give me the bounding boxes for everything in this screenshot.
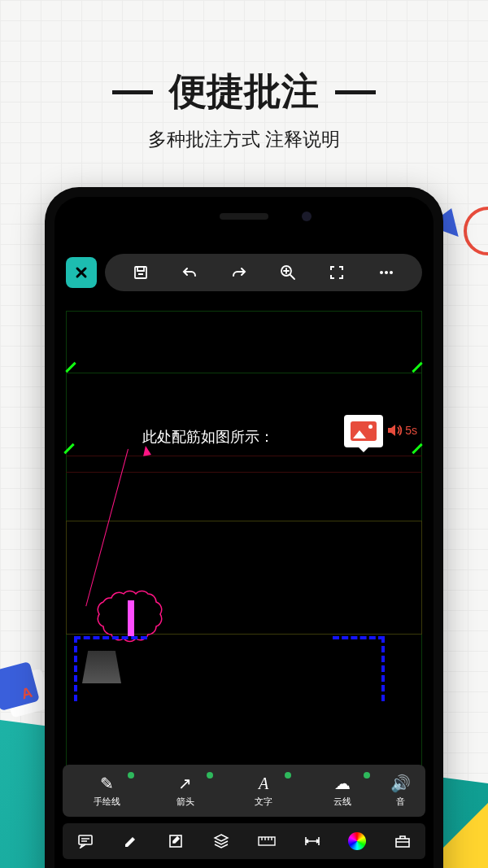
color-picker[interactable] [342,832,372,850]
tool-label: 云线 [333,796,351,808]
badge-dot [364,772,370,779]
pencil-icon: ✎ [100,774,114,793]
comment-icon[interactable] [71,834,100,848]
svg-point-2 [380,271,383,274]
badge-dot [285,772,291,779]
phone-frame: 此处配筋如图所示： 5s ✎手绘线 ↗箭头 A文字 [45,187,443,868]
cad-line [66,311,422,312]
close-icon [74,265,89,280]
edit-icon[interactable] [116,834,146,848]
cad-mark [65,362,76,373]
sound-icon [386,421,403,439]
phone-camera [302,212,312,221]
text-icon: A [259,774,268,793]
edit-box-icon[interactable] [161,834,190,848]
measure-icon[interactable] [298,835,327,847]
app-screen: 此处配筋如图所示： 5s ✎手绘线 ↗箭头 A文字 [54,242,434,864]
annotation-toolbar: ✎手绘线 ↗箭头 A文字 ☁云线 🔊音 [63,765,425,817]
redo-icon[interactable] [227,260,251,285]
tool-label: 文字 [255,796,272,808]
cloud-icon: ☁ [334,774,351,793]
svg-point-3 [385,271,388,274]
cad-line [66,373,422,373]
undo-icon[interactable] [177,260,202,285]
hero-title: 便捷批注 [0,67,488,117]
layers-icon[interactable] [207,833,236,849]
drawing-canvas[interactable]: 此处配筋如图所示： 5s [54,301,434,766]
close-button[interactable] [66,257,97,288]
toolbox-icon[interactable] [388,834,417,848]
arrow-annotation-head [142,445,151,456]
badge-dot [128,772,134,779]
fullscreen-icon[interactable] [325,260,349,285]
hero-subtitle: 多种批注方式 注释说明 [0,127,488,152]
freehand-mark[interactable] [128,600,134,636]
cad-line [66,456,422,456]
tool-text[interactable]: A文字 [224,774,303,808]
svg-rect-8 [396,839,409,847]
tool-label: 箭头 [176,796,194,808]
color-wheel-icon [348,832,366,850]
bottom-toolbar [63,823,425,859]
svg-rect-5 [79,835,92,844]
zoom-icon[interactable] [276,260,300,285]
cad-line [66,472,422,473]
ruler-icon[interactable] [252,836,281,846]
tool-label: 音 [396,796,405,808]
selection-corner[interactable] [333,636,385,701]
svg-point-4 [390,271,393,274]
badge-dot [207,772,213,779]
phone-screen-wrapper: 此处配筋如图所示： 5s ✎手绘线 ↗箭头 A文字 [54,197,434,868]
tool-freehand[interactable]: ✎手绘线 [68,774,146,808]
tool-arrow[interactable]: ↗箭头 [146,774,224,808]
action-bar [105,254,422,291]
tool-cloud[interactable]: ☁云线 [303,774,381,808]
audio-duration: 5s [405,424,417,437]
cad-shape [82,651,121,683]
text-annotation[interactable]: 此处配筋如图所示： [142,427,274,447]
save-icon[interactable] [129,260,153,285]
image-icon [351,421,377,441]
android-nav-bar [54,864,434,868]
image-annotation-badge[interactable] [344,415,383,447]
top-toolbar [66,254,422,291]
audio-annotation[interactable]: 5s [386,421,417,439]
tool-audio[interactable]: 🔊音 [381,774,420,808]
phone-speaker [220,213,268,220]
more-icon[interactable] [374,260,399,285]
arrow-icon: ↗ [178,774,192,793]
tool-label: 手绘线 [94,796,120,808]
svg-rect-7 [259,837,275,845]
speaker-icon: 🔊 [390,774,411,793]
